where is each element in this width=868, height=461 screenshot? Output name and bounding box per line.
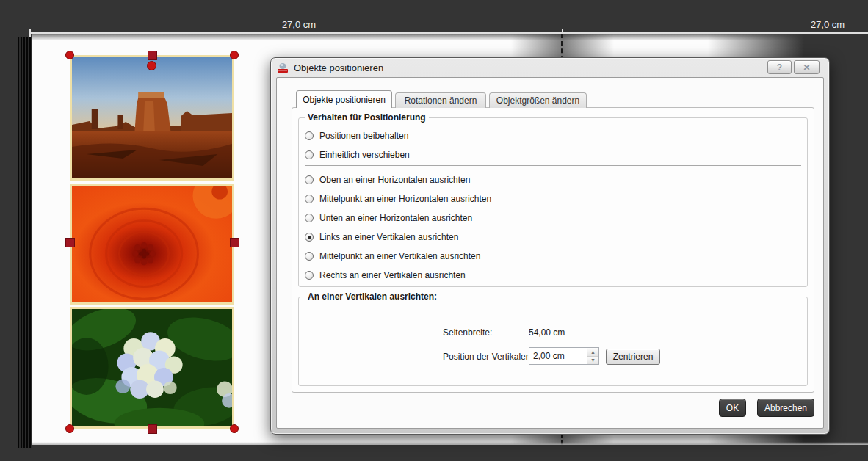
dialog-titlebar[interactable]: Objekte positionieren ? ✕ bbox=[271, 58, 829, 77]
chevron-down-icon: ▼ bbox=[590, 357, 596, 363]
page-width-value: 54,00 cm bbox=[529, 327, 565, 338]
workspace: 27,0 cm 27,0 cm bbox=[0, 0, 868, 461]
selection-edge-handle-top[interactable] bbox=[148, 51, 157, 60]
ok-button[interactable]: OK bbox=[719, 399, 746, 417]
tab-label: Rotationen ändern bbox=[405, 95, 477, 106]
page-bottom-shadow bbox=[32, 442, 868, 445]
position-objects-dialog: Objekte positionieren ? ✕ Objekte positi… bbox=[270, 57, 830, 435]
radio-option-left-vertical[interactable]: Links an einer Vertikalen ausrichten bbox=[305, 228, 458, 247]
cancel-button[interactable]: Abbrechen bbox=[757, 399, 814, 417]
tab-label: Objektgrößen ändern bbox=[496, 95, 579, 106]
selection-corner-handle-bottom-left[interactable] bbox=[65, 424, 74, 433]
hydrangea-image bbox=[72, 309, 232, 426]
vertical-align-groupbox: An einer Vertikalen ausrichten: Seitenbr… bbox=[298, 297, 808, 386]
behavior-groupbox: Verhalten für Positionierung Positionen … bbox=[298, 117, 808, 287]
dialog-title: Objekte positionieren bbox=[294, 62, 383, 73]
radio-option-shift-uniformly[interactable]: Einheitlich verschieben bbox=[305, 145, 410, 164]
spinner-up-button[interactable]: ▲ bbox=[587, 348, 598, 357]
spinner-arrows: ▲ ▼ bbox=[587, 348, 598, 364]
radio-icon[interactable] bbox=[305, 175, 314, 184]
radio-icon[interactable] bbox=[305, 252, 314, 261]
selection-corner-handle-top-right[interactable] bbox=[230, 51, 239, 59]
close-button[interactable]: ✕ bbox=[794, 60, 820, 74]
page-width-label: Seitenbreite: bbox=[443, 327, 492, 338]
selection-edge-handle-left[interactable] bbox=[65, 238, 75, 247]
tab-objekte-positionieren[interactable]: Objekte positionieren bbox=[296, 90, 392, 108]
radio-option-right-vertical[interactable]: Rechts an einer Vertikalen ausrichten bbox=[305, 266, 466, 285]
selection-corner-handle-bottom-right[interactable] bbox=[230, 424, 239, 433]
selection-edge-handle-bottom[interactable] bbox=[148, 424, 157, 434]
radio-icon[interactable] bbox=[305, 271, 314, 280]
photo-orange-dahlia[interactable] bbox=[70, 184, 234, 305]
radio-icon[interactable] bbox=[305, 150, 314, 159]
app-icon bbox=[277, 62, 289, 73]
close-icon: ✕ bbox=[803, 62, 810, 73]
tab-page-panel: Verhalten für Positionierung Positionen … bbox=[292, 107, 814, 393]
selection-rotation-handle[interactable] bbox=[147, 61, 156, 70]
radio-option-top-horizontal[interactable]: Oben an einer Horizontalen ausrichten bbox=[305, 170, 470, 189]
options-separator bbox=[305, 165, 801, 166]
help-button[interactable]: ? bbox=[767, 60, 792, 74]
behavior-group-legend: Verhalten für Positionierung bbox=[305, 112, 429, 123]
orange-dahlia-image bbox=[72, 186, 232, 302]
radio-option-keep-positions[interactable]: Positionen beibehalten bbox=[305, 126, 408, 145]
spinner-down-button[interactable]: ▼ bbox=[587, 357, 598, 365]
vertical-position-input[interactable] bbox=[529, 348, 587, 364]
radio-option-bottom-horizontal[interactable]: Unten an einer Horizontalen ausrichten bbox=[305, 208, 472, 228]
center-button[interactable]: Zentrieren bbox=[606, 349, 660, 365]
ruler-label-left-page: 27,0 cm bbox=[258, 19, 339, 30]
radio-icon[interactable] bbox=[305, 214, 314, 222]
radio-icon[interactable] bbox=[305, 131, 314, 140]
selection-edge-handle-right[interactable] bbox=[230, 238, 239, 247]
tab-objektgroessen-aendern[interactable]: Objektgrößen ändern bbox=[489, 92, 587, 108]
vertical-position-spinbox: ▲ ▼ bbox=[529, 347, 599, 365]
dialog-content: Objekte positionieren Rotationen ändern … bbox=[276, 77, 824, 429]
radio-option-center-vertical[interactable]: Mittelpunkt an einer Vertikalen ausricht… bbox=[305, 247, 480, 266]
desert-landscape-image bbox=[72, 57, 232, 178]
ruler-label-right-page: 27,0 cm bbox=[787, 19, 868, 30]
vertical-group-legend: An einer Vertikalen ausrichten: bbox=[305, 291, 440, 302]
tab-rotationen-aendern[interactable]: Rotationen ändern bbox=[395, 92, 486, 108]
photo-desert-landscape[interactable] bbox=[70, 55, 234, 181]
help-icon: ? bbox=[777, 62, 782, 73]
photo-hydrangea-flower[interactable] bbox=[70, 307, 234, 429]
selection-corner-handle-top-left[interactable] bbox=[65, 51, 74, 59]
vertical-position-label: Position der Vertikalen: bbox=[443, 352, 533, 362]
chevron-up-icon: ▲ bbox=[590, 349, 596, 355]
radio-icon[interactable] bbox=[305, 195, 314, 203]
radio-option-center-horizontal[interactable]: Mittelpunkt an einer Horizontalen ausric… bbox=[305, 189, 491, 208]
book-binding-edge bbox=[18, 37, 32, 448]
tab-label: Objekte positionieren bbox=[303, 95, 386, 105]
radio-icon[interactable] bbox=[305, 233, 314, 242]
